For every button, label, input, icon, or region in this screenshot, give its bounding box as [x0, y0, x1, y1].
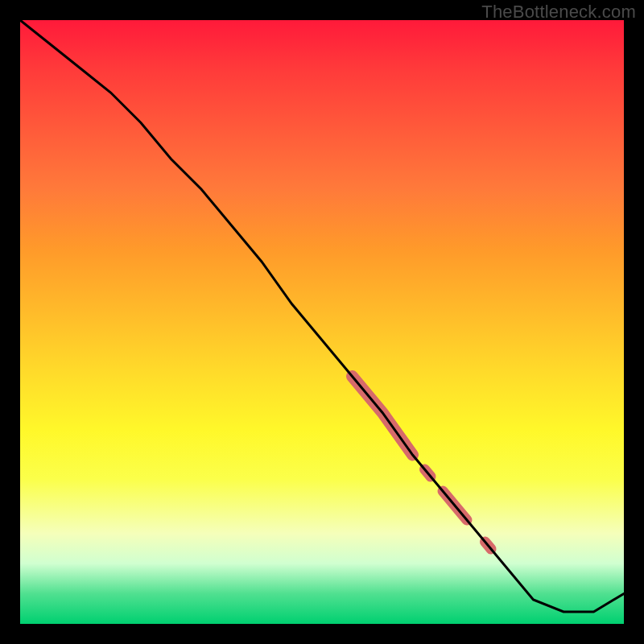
- chart-frame: TheBottleneck.com: [0, 0, 644, 644]
- watermark-text: TheBottleneck.com: [481, 2, 636, 23]
- main-curve: [20, 20, 624, 612]
- chart-overlay: [20, 20, 624, 624]
